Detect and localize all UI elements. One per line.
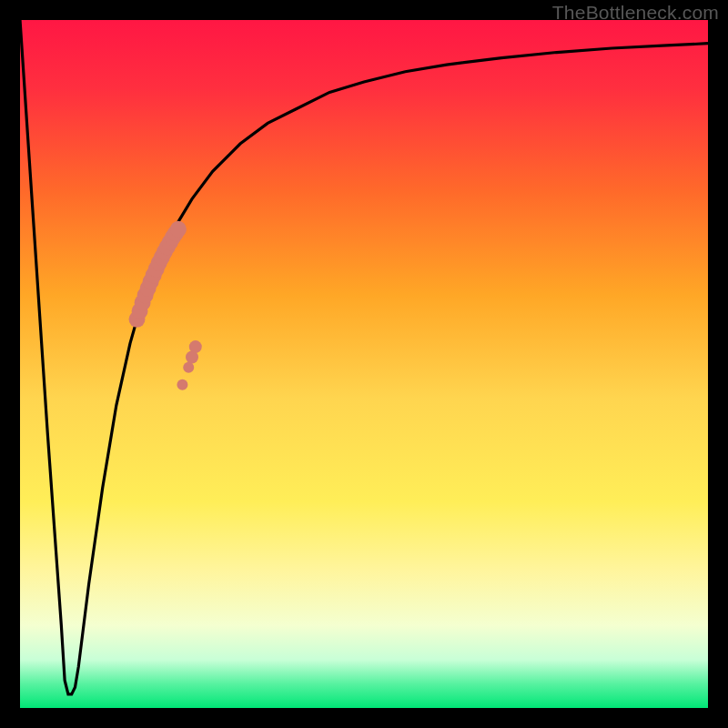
marker-dot bbox=[177, 379, 187, 390]
marker-dot bbox=[189, 340, 202, 353]
plot-area bbox=[20, 20, 708, 708]
marker-dot bbox=[170, 221, 187, 238]
watermark-text: TheBottleneck.com bbox=[552, 2, 719, 24]
gradient-background bbox=[20, 20, 708, 708]
chart-svg bbox=[20, 20, 708, 708]
marker-dot bbox=[183, 362, 194, 373]
chart-frame: TheBottleneck.com bbox=[0, 0, 728, 728]
